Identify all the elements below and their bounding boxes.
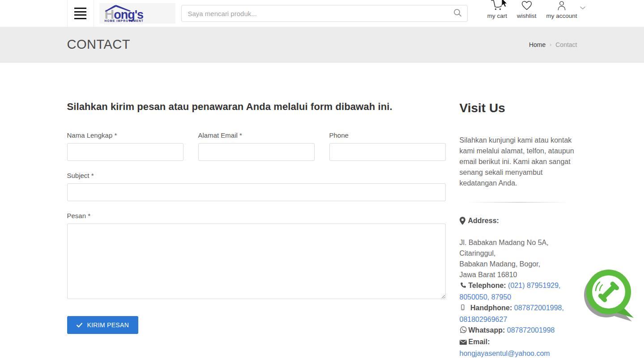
address-line: Babakan Madang, Bogor, [460, 259, 577, 270]
hamburger-icon [74, 6, 86, 20]
name-label: Nama Lengkap * [67, 131, 183, 139]
visit-us-sidebar: Visit Us Silahkan kunjungi kami atau kon… [460, 101, 577, 359]
email-label: Alamat Email * [198, 131, 315, 139]
email-row: Email: hongjayasentul@yahoo.com [460, 337, 577, 359]
breadcrumb-separator: › [550, 42, 551, 48]
form-heading: Silahkan kirim pesan atau penawaran Anda… [67, 101, 446, 113]
phone-input[interactable] [329, 143, 446, 161]
divider [468, 202, 569, 203]
page-title: CONTACT [67, 37, 131, 52]
check-icon [77, 323, 82, 328]
whatsapp-icon [460, 326, 469, 337]
message-field-group: Pesan * [67, 212, 446, 301]
message-textarea[interactable] [67, 224, 446, 299]
whatsapp-row: Whatsapp: 087872001998 [460, 325, 577, 337]
whatsapp-float-button[interactable] [580, 268, 639, 322]
email-field-group: Alamat Email * [198, 131, 315, 161]
contact-form-section: Silahkan kirim pesan atau penawaran Anda… [67, 101, 446, 334]
main-content: Silahkan kirim pesan atau penawaran Anda… [0, 63, 644, 359]
email-input[interactable] [198, 143, 315, 161]
chevron-down-icon [580, 4, 585, 12]
name-field-group: Nama Lengkap * [67, 131, 183, 161]
phone-field-group: Phone [329, 131, 446, 161]
message-label: Pesan * [67, 212, 446, 219]
map-pin-icon [460, 217, 465, 225]
mouse-cursor [500, 0, 509, 8]
roof-icon [104, 4, 132, 12]
handphone-row: Handphone: 087872001998, 081802969627 [460, 303, 577, 325]
whatsapp-bubble-icon [580, 268, 639, 322]
contact-form: Nama Lengkap * Alamat Email * Phone Subj… [67, 131, 446, 334]
phone-label: Phone [329, 131, 446, 139]
site-header: H ong's HOME IMPROVEMENT [0, 0, 644, 27]
subject-input[interactable] [67, 183, 446, 201]
mobile-phone-icon [460, 304, 469, 314]
address-label: Address: [468, 217, 499, 225]
search-form [181, 5, 468, 22]
envelope-icon [460, 338, 469, 348]
search-icon [453, 8, 462, 17]
user-icon [556, 0, 567, 12]
wishlist-link[interactable]: wishlist [517, 0, 537, 19]
telephone-row: Telephone: (021) 87951929, 8050050, 8795… [460, 280, 577, 303]
page-title-band: CONTACT Home › Contact [0, 27, 644, 63]
menu-toggle-button[interactable] [67, 0, 94, 27]
heart-icon [520, 0, 533, 12]
breadcrumb-current: Contact [555, 41, 577, 48]
sidebar-intro: Silahkan kunjungi kami atau kontak kami … [460, 135, 577, 189]
search-input[interactable] [181, 5, 468, 22]
email-label: Email: [469, 338, 490, 346]
sidebar-title: Visit Us [460, 101, 577, 115]
site-logo[interactable]: H ong's HOME IMPROVEMENT [99, 3, 175, 24]
send-message-button[interactable]: KIRIM PESAN [67, 316, 139, 334]
address-line: Jawa Barat 16810 [460, 270, 577, 280]
my-account-label: my account [546, 13, 577, 19]
send-message-label: KIRIM PESAN [87, 321, 129, 329]
subject-label: Subject * [67, 172, 446, 179]
my-account-link[interactable]: my account [546, 0, 577, 19]
subject-field-group: Subject * [67, 172, 446, 201]
handphone-label: Handphone: [470, 304, 512, 312]
breadcrumb: Home › Contact [529, 41, 577, 48]
wishlist-label: wishlist [517, 13, 537, 19]
telephone-label: Telephone: [469, 282, 506, 289]
address-block: Jl. Babakan Madang No 5A, Citaringgul, B… [460, 237, 577, 280]
address-heading: Address: [460, 217, 577, 225]
search-button[interactable] [450, 5, 465, 21]
logo-tagline: HOME IMPROVEMENT [105, 19, 144, 22]
address-line: Jl. Babakan Madang No 5A, Citaringgul, [460, 237, 577, 259]
email-link[interactable]: hongjayasentul@yahoo.com [460, 350, 550, 357]
phone-icon [460, 281, 469, 292]
my-cart-label: my cart [487, 13, 507, 19]
whatsapp-link[interactable]: 087872001998 [507, 326, 555, 334]
whatsapp-label: Whatsapp: [469, 326, 505, 334]
breadcrumb-home-link[interactable]: Home [529, 41, 546, 48]
name-input[interactable] [67, 143, 183, 161]
